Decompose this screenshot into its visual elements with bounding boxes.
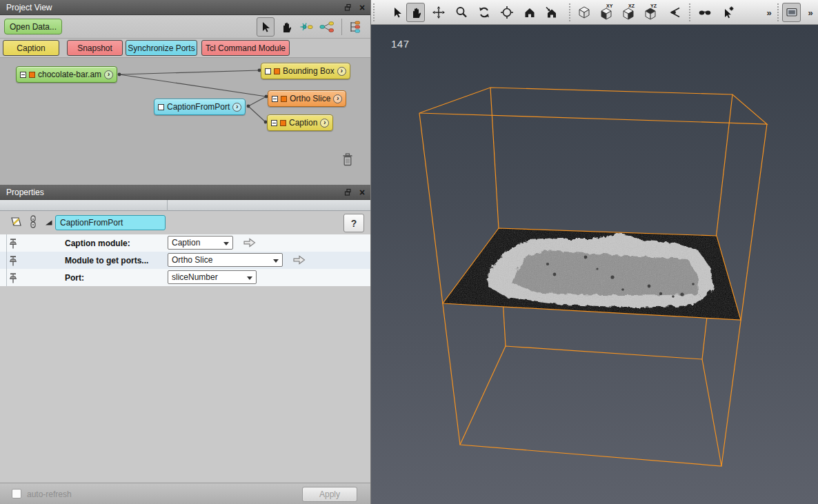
graph-view-button[interactable] xyxy=(318,17,336,37)
select-cursor-icon xyxy=(390,6,404,19)
module-name-field[interactable]: CaptionFromPort xyxy=(55,215,166,230)
single-view-layout-button[interactable] xyxy=(782,3,801,22)
tag-label: Tcl Command Module xyxy=(206,43,286,53)
seek-button[interactable] xyxy=(497,3,516,22)
magnifier-icon xyxy=(455,6,468,19)
open-data-button[interactable]: Open Data... xyxy=(4,19,62,34)
node-caption-from-port[interactable]: CaptionFromPort › xyxy=(154,99,246,115)
node-ortho-slice[interactable]: Ortho Slice › xyxy=(268,90,346,107)
right-arrow-icon xyxy=(292,254,306,265)
edit-note-button[interactable] xyxy=(10,216,23,230)
translate-button[interactable] xyxy=(429,3,448,22)
port-dropdown[interactable]: sliceNumber xyxy=(168,270,257,284)
node-chocolate-bar[interactable]: chocolate-bar.am › xyxy=(16,66,117,83)
3d-viewport[interactable]: 147 xyxy=(371,25,818,504)
module-to-get-ports-dropdown[interactable]: Ortho Slice xyxy=(168,253,283,267)
rotate-button[interactable] xyxy=(475,3,493,22)
select-tool-button[interactable] xyxy=(257,17,275,37)
stereo-button[interactable] xyxy=(695,3,714,22)
apply-button[interactable]: Apply xyxy=(302,487,357,502)
pin-icon[interactable] xyxy=(8,254,18,269)
layout-overflow-button[interactable]: » xyxy=(804,3,817,22)
home-button[interactable] xyxy=(520,3,539,22)
property-label: Module to get ports... xyxy=(65,252,148,269)
view-label: XY xyxy=(606,3,612,8)
tag-tcl-command-module[interactable]: Tcl Command Module xyxy=(201,40,290,56)
pan-tool-button[interactable] xyxy=(277,17,295,37)
tag-label: Synchronize Ports xyxy=(128,43,194,53)
tag-snapshot[interactable]: Snapshot xyxy=(67,40,123,56)
set-home-button[interactable] xyxy=(541,3,560,22)
view-xy-button[interactable]: XY xyxy=(597,3,615,22)
collapse-box-icon[interactable] xyxy=(265,68,271,74)
interact-pick-button[interactable] xyxy=(719,3,737,22)
tag-caption[interactable]: Caption xyxy=(3,40,59,56)
toolbar-drag-handle[interactable] xyxy=(777,3,779,21)
close-panel-button[interactable]: × xyxy=(357,2,368,13)
toolbar-drag-handle[interactable] xyxy=(689,3,691,21)
dropdown-value: Ortho Slice xyxy=(172,255,212,265)
toolbar-drag-handle[interactable] xyxy=(373,3,375,21)
data-square-icon xyxy=(29,72,35,78)
caption-module-dropdown[interactable]: Caption xyxy=(168,236,233,250)
connection-spark-icon xyxy=(299,20,314,34)
view-xz-button[interactable]: XZ xyxy=(619,3,637,22)
node-menu-arrow-icon[interactable]: › xyxy=(232,103,241,112)
module-tags-row: Caption Snapshot Synchronize Ports Tcl C… xyxy=(0,39,370,58)
goto-module-button[interactable] xyxy=(292,254,306,268)
properties-bottom-bar: auto-refresh Apply xyxy=(0,483,370,504)
view-label: XZ xyxy=(628,3,635,8)
view-direction-button[interactable] xyxy=(665,3,684,22)
viewer-pan-button[interactable] xyxy=(406,3,425,22)
interactive-connections-button[interactable] xyxy=(297,17,315,37)
float-icon xyxy=(342,188,352,197)
collapse-section-button[interactable] xyxy=(44,218,53,229)
zoom-button[interactable] xyxy=(452,3,470,22)
auto-refresh-label: auto-refresh xyxy=(27,483,72,504)
dropdown-value: Caption xyxy=(172,238,200,248)
close-panel-button[interactable]: × xyxy=(357,187,368,198)
list-view-button[interactable] xyxy=(347,17,365,37)
node-menu-arrow-icon[interactable]: › xyxy=(337,67,346,76)
node-menu-arrow-icon[interactable]: › xyxy=(104,70,113,79)
float-panel-button[interactable] xyxy=(341,2,352,13)
collapse-box-icon[interactable] xyxy=(158,104,164,110)
project-graph-area[interactable]: chocolate-bar.am › Bounding Box › Ortho … xyxy=(0,58,370,185)
collapse-box-icon[interactable] xyxy=(20,72,26,78)
notepad-pencil-icon xyxy=(10,216,23,228)
node-label: Ortho Slice xyxy=(290,94,330,103)
node-caption[interactable]: Caption › xyxy=(267,114,333,131)
float-panel-button[interactable] xyxy=(341,187,352,198)
viewer-select-button[interactable] xyxy=(388,3,406,22)
data-square-icon xyxy=(281,96,287,102)
chevron-down-icon xyxy=(247,276,252,280)
trash-button[interactable] xyxy=(339,150,356,168)
properties-body: CaptionFromPort ? Caption module: Captio… xyxy=(0,211,370,483)
goto-module-button[interactable] xyxy=(243,237,257,250)
trash-icon xyxy=(341,152,354,167)
property-row-port: Port: sliceNumber xyxy=(0,269,370,286)
collapse-box-icon[interactable] xyxy=(272,96,278,102)
node-menu-arrow-icon[interactable]: › xyxy=(320,119,329,128)
help-button[interactable]: ? xyxy=(343,214,364,232)
collapse-box-icon[interactable] xyxy=(271,120,277,126)
node-bounding-box[interactable]: Bounding Box › xyxy=(261,63,350,79)
auto-refresh-checkbox[interactable] xyxy=(12,489,21,498)
left-panel: Project View × Open Data... xyxy=(0,0,370,504)
link-button[interactable] xyxy=(29,214,37,232)
perspective-view-button[interactable] xyxy=(575,3,593,22)
help-label: ? xyxy=(351,218,357,229)
pin-icon[interactable] xyxy=(8,272,18,286)
viewer-pane: XY XZ YZ xyxy=(370,0,818,504)
properties-titlebar: Properties × xyxy=(0,185,370,200)
tag-synchronize-ports[interactable]: Synchronize Ports xyxy=(126,40,197,56)
properties-header-strip xyxy=(0,200,370,211)
pin-icon[interactable] xyxy=(8,237,18,252)
toolbar-separator xyxy=(341,19,342,35)
toolbar-drag-handle[interactable] xyxy=(569,3,571,21)
select-cursor-icon xyxy=(259,20,272,34)
view-yz-button[interactable]: YZ xyxy=(641,3,659,22)
close-icon: × xyxy=(359,188,365,197)
toolbar-overflow-button[interactable]: » xyxy=(763,3,775,22)
node-menu-arrow-icon[interactable]: › xyxy=(333,94,342,103)
